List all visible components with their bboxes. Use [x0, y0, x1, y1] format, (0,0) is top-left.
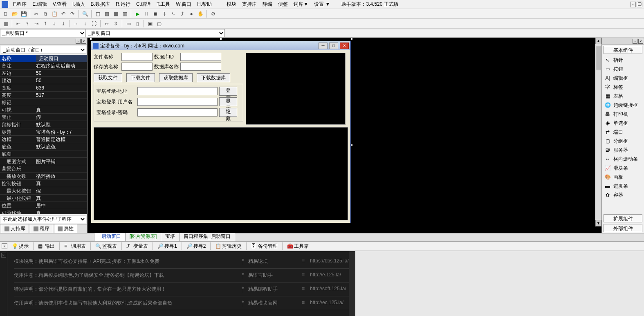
align-middle-icon[interactable]: ⫰: [50, 20, 58, 28]
design-surface[interactable]: 宝塔备份 - by：小k网 网址：xkwo.com ─ □ ✕ 文件名称 数据库…: [88, 38, 601, 233]
tab-baota[interactable]: 宝塔: [161, 232, 180, 241]
input-db-id[interactable]: [180, 53, 221, 61]
bring-front-icon[interactable]: ▣: [146, 20, 154, 28]
wizard-icon[interactable]: ⚙: [209, 10, 217, 18]
stop-icon[interactable]: ⏹: [151, 10, 159, 18]
toolbox-item[interactable]: ▢分组框: [604, 137, 642, 146]
btab-output[interactable]: ▤输出: [35, 242, 58, 251]
menu-module[interactable]: 模块: [224, 0, 239, 9]
btn-download-db[interactable]: 下载数据库: [197, 73, 230, 82]
input-file-name[interactable]: [121, 53, 153, 61]
menu-compile[interactable]: C.编译: [134, 0, 153, 9]
property-value[interactable]: [36, 150, 87, 157]
toolbox-item[interactable]: A|编辑框: [604, 74, 642, 83]
output-close-icon[interactable]: ×: [1, 253, 6, 258]
menu-note[interactable]: 便签: [276, 0, 290, 9]
input-save-name[interactable]: [121, 63, 153, 71]
property-value[interactable]: 假: [36, 187, 87, 194]
send-back-icon[interactable]: ▢: [155, 20, 163, 28]
design-window-titlebar[interactable]: 宝塔备份 - by：小k网 网址：xkwo.com ─ □ ✕: [91, 41, 350, 50]
copy-icon[interactable]: ⧉: [41, 10, 49, 18]
toolbox-item[interactable]: ↔横向滚动条: [604, 155, 642, 164]
tab-properties[interactable]: 属性: [54, 224, 77, 233]
menu-supportlib[interactable]: 支持库: [240, 0, 259, 9]
btn-download-file[interactable]: 下载文件: [126, 73, 155, 82]
output-panel[interactable]: 模块说明：使用易语言核心支持库 + API完成 授权：开源&永久免费精易论坛ht…: [7, 251, 355, 316]
btn-hide[interactable]: 隐藏: [219, 108, 237, 117]
mdi-restore-icon[interactable]: ❐: [637, 2, 642, 7]
menu-dict[interactable]: 词库▼: [291, 0, 311, 9]
property-value[interactable]: 517: [36, 92, 87, 99]
input-bt-pwd[interactable]: [137, 108, 218, 117]
btab-watch[interactable]: 🔍监视表: [92, 242, 120, 251]
stepover-icon[interactable]: ⤵: [160, 10, 168, 18]
property-row[interactable]: 左边50: [0, 69, 87, 77]
menu-program[interactable]: F.程序: [11, 0, 29, 9]
scroll-thumb[interactable]: [596, 46, 601, 70]
panel-close-icon[interactable]: ×: [81, 39, 86, 44]
property-row[interactable]: 鼠标指针默认型: [0, 121, 87, 128]
toolbox-item[interactable]: ✿容器: [604, 190, 642, 199]
window-selector[interactable]: _启动窗口: [86, 29, 225, 37]
property-row[interactable]: 宽度636: [0, 84, 87, 92]
btab-tips[interactable]: 💡提示: [9, 242, 31, 251]
property-row[interactable]: 播放次数循环播放: [0, 173, 87, 180]
output-url[interactable]: https://bbs.125.la/: [300, 258, 349, 265]
toolbox-item[interactable]: 🖶打印机: [604, 110, 642, 119]
property-value[interactable]: 普通固定边框: [36, 136, 87, 143]
property-row[interactable]: 控制按钮真: [0, 180, 87, 187]
menu-help[interactable]: H.帮助: [195, 0, 214, 9]
menu-edit[interactable]: E.编辑: [30, 0, 49, 9]
close-button[interactable]: ✕: [340, 43, 349, 49]
stepout-icon[interactable]: ⤴: [178, 10, 186, 18]
hand-icon[interactable]: ✋: [196, 10, 204, 18]
input-bt-addr[interactable]: [137, 87, 218, 95]
property-row[interactable]: 可视真: [0, 106, 87, 114]
property-value[interactable]: 真: [36, 106, 87, 113]
same-width-icon[interactable]: ↔: [72, 20, 80, 28]
toolbox-item[interactable]: ▬进度条: [604, 182, 642, 190]
layout2-icon[interactable]: ▤: [103, 10, 111, 18]
property-value[interactable]: 真: [36, 209, 87, 214]
property-row[interactable]: 底图: [0, 150, 87, 158]
toolbox-item[interactable]: 📈滑块条: [604, 164, 642, 173]
property-row[interactable]: 边框普通固定边框: [0, 136, 87, 143]
property-value[interactable]: 图片平铺: [36, 158, 87, 165]
undo-icon[interactable]: ↶: [59, 10, 67, 18]
toolbox-item[interactable]: ▭按钮: [604, 65, 642, 74]
layout3-icon[interactable]: ▦: [112, 10, 120, 18]
property-value[interactable]: 真: [36, 195, 87, 202]
btab-search1[interactable]: 🔎搜寻1: [155, 242, 180, 251]
maximize-button[interactable]: □: [329, 43, 338, 49]
paste-icon[interactable]: 📋: [50, 10, 58, 18]
property-row[interactable]: 最大化按钮假: [0, 187, 87, 195]
btn-login[interactable]: 登录: [219, 87, 237, 96]
property-row[interactable]: 标记: [0, 99, 87, 106]
property-value[interactable]: 默认型: [36, 121, 87, 128]
output-url[interactable]: http://e.125.la/: [300, 272, 349, 279]
output-url[interactable]: http://ec.125.la/: [300, 300, 349, 307]
toolbox-item[interactable]: 🖳服务器: [604, 146, 642, 155]
property-value[interactable]: _启动窗口: [36, 55, 87, 62]
minimize-button[interactable]: ─: [319, 43, 328, 49]
property-row[interactable]: 背景音乐: [0, 165, 87, 173]
design-window[interactable]: 宝塔备份 - by：小k网 网址：xkwo.com ─ □ ✕ 文件名称 数据库…: [91, 41, 351, 223]
tab-window-assembly[interactable]: 窗口程序集_启动窗口: [179, 232, 235, 241]
output-vscrollbar[interactable]: [349, 251, 355, 316]
input-db-name[interactable]: [180, 63, 221, 71]
align-bottom-icon[interactable]: ⤓: [59, 20, 67, 28]
layout1-icon[interactable]: ◫: [94, 10, 102, 18]
resize-handle[interactable]: [350, 38, 353, 40]
layout4-icon[interactable]: ▥: [121, 10, 129, 18]
btab-cliphistory[interactable]: 📋剪辑历史: [212, 242, 245, 251]
toolbox-ext[interactable]: 扩展组件: [604, 214, 642, 222]
property-value[interactable]: 宝塔备份 - by：/: [36, 128, 87, 135]
property-row[interactable]: 最小化按钮真: [0, 195, 87, 202]
tab-supportlib[interactable]: 支持库: [1, 224, 29, 233]
tab-startup-window[interactable]: _启动窗口: [94, 232, 126, 241]
panel-pin-icon[interactable]: ▫: [76, 39, 81, 44]
align-top-icon[interactable]: ⤒: [41, 20, 49, 28]
property-value[interactable]: 默认底色: [36, 143, 87, 150]
cut-icon[interactable]: ✂: [32, 10, 40, 18]
menu-tools[interactable]: T.工具: [154, 0, 173, 9]
